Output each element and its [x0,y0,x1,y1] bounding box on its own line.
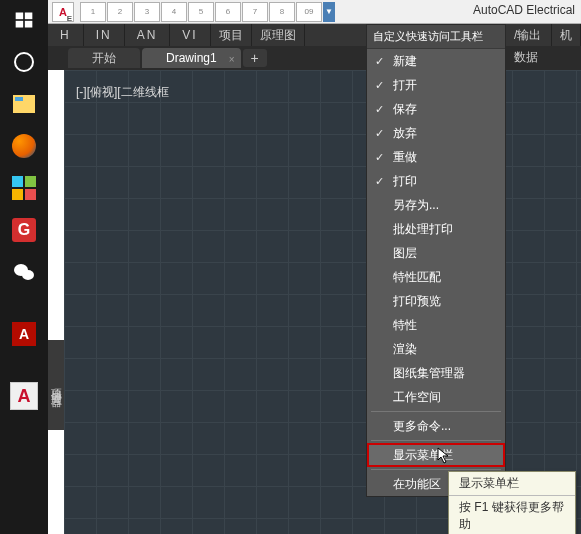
menu-item-properties[interactable]: 特性 [367,313,505,337]
menu-item-redo[interactable]: ✓重做 [367,145,505,169]
menu-item-matchprop[interactable]: 特性匹配 [367,265,505,289]
menu-separator [371,440,501,441]
menu-item-batchplot[interactable]: 批处理打印 [367,217,505,241]
menu-item-sheetset[interactable]: 图纸集管理器 [367,361,505,385]
wechat-icon[interactable] [10,258,38,286]
tab-start[interactable]: 开始 [68,48,140,68]
new-tab-button[interactable]: + [243,49,267,67]
menu-item-print[interactable]: ✓打印 [367,169,505,193]
qat-button[interactable]: 4 [161,2,187,22]
tooltip: 显示菜单栏 按 F1 键获得更多帮助 [448,471,576,534]
app-icon[interactable]: A [52,2,74,22]
menu-item-layer[interactable]: 图层 [367,241,505,265]
menu-item-save[interactable]: ✓保存 [367,97,505,121]
app-title: AutoCAD Electrical [473,3,575,17]
svg-rect-3 [25,21,33,28]
check-icon: ✓ [375,103,384,116]
menu-item-plotpreview[interactable]: 打印预览 [367,289,505,313]
menu-item-new[interactable]: ✓新建 [367,49,505,73]
gaaiho-icon[interactable]: G [10,216,38,244]
qat-button[interactable]: 2 [107,2,133,22]
check-icon: ✓ [375,151,384,164]
svg-rect-2 [16,21,24,28]
tiles-icon[interactable] [10,174,38,202]
firefox-icon[interactable] [10,132,38,160]
menu-item-workspace[interactable]: 工作空间 [367,385,505,409]
menu-item-more-commands[interactable]: 更多命令... [367,414,505,438]
menu-item-undo[interactable]: ✓放弃 [367,121,505,145]
qat-button[interactable]: 5 [188,2,214,22]
ribbon-tabs-right: /输出数据 机 [506,24,581,46]
tooltip-title: 显示菜单栏 [449,472,575,495]
check-icon: ✓ [375,175,384,188]
menu-separator [371,469,501,470]
ribbon-tab[interactable]: VI [170,24,210,46]
menu-title: 自定义快速访问工具栏 [367,25,505,49]
qat-button[interactable]: 6 [215,2,241,22]
project-manager-tab[interactable]: 项目管理器 [48,340,64,430]
menu-separator [371,411,501,412]
qat-button[interactable]: 7 [242,2,268,22]
qat-button[interactable]: 8 [269,2,295,22]
qat-button[interactable]: 09 [296,2,322,22]
windows-taskbar: G A A [0,0,48,534]
viewport-label[interactable]: [-][俯视][二维线框 [76,84,169,101]
tooltip-help: 按 F1 键获得更多帮助 [449,496,575,534]
menu-item-show-menubar[interactable]: 显示菜单栏 [367,443,505,467]
ribbon-tab[interactable]: 项目 [211,24,252,46]
svg-rect-1 [25,13,33,20]
quick-access-toolbar: 1 2 3 4 5 6 7 8 09 ▼ [80,0,335,24]
ribbon-tab[interactable]: IN [84,24,125,46]
ribbon-tab[interactable]: AN [125,24,171,46]
adobe-icon[interactable]: A [10,320,38,348]
svg-rect-0 [16,13,24,20]
qat-dropdown-icon[interactable]: ▼ [323,2,335,22]
start-icon[interactable] [10,6,38,34]
tab-drawing1[interactable]: Drawing1× [142,48,241,68]
close-icon[interactable]: × [229,50,235,70]
menu-item-saveas[interactable]: 另存为... [367,193,505,217]
ribbon-tab[interactable]: H [48,24,84,46]
qat-customize-menu: 自定义快速访问工具栏 ✓新建 ✓打开 ✓保存 ✓放弃 ✓重做 ✓打印 另存为..… [366,24,506,497]
qat-button[interactable]: 1 [80,2,106,22]
check-icon: ✓ [375,127,384,140]
autocad-taskbar-icon[interactable]: A [10,382,38,410]
qat-button[interactable]: 3 [134,2,160,22]
menu-item-open[interactable]: ✓打开 [367,73,505,97]
explorer-icon[interactable] [10,90,38,118]
ribbon-tab[interactable]: /输出数据 [506,24,552,46]
ribbon-tab[interactable]: 原理图 [252,24,305,46]
check-icon: ✓ [375,55,384,68]
ribbon-tab[interactable]: 机 [552,24,581,46]
cortana-icon[interactable] [10,48,38,76]
title-bar: A 1 2 3 4 5 6 7 8 09 ▼ AutoCAD Electrica… [48,0,581,24]
check-icon: ✓ [375,79,384,92]
menu-item-render[interactable]: 渲染 [367,337,505,361]
